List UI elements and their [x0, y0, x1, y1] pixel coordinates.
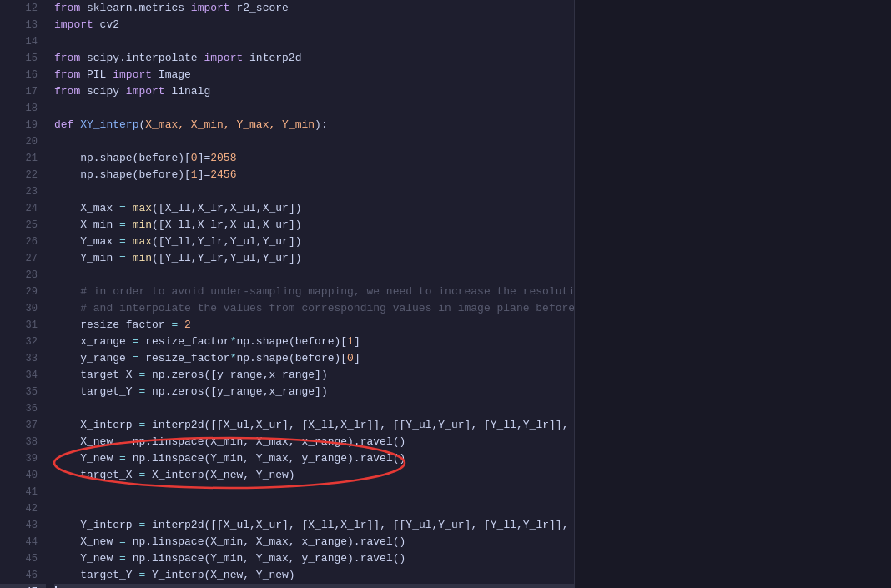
line-num-29: 29	[0, 284, 46, 300]
line-num-22: 22	[0, 167, 46, 183]
line-num-44: 44	[0, 534, 46, 550]
code-line-33: y_range = resize_factor*np.shape(before)…	[54, 350, 574, 367]
line-num-16: 16	[0, 67, 46, 83]
code-line-20	[54, 133, 574, 150]
line-num-36: 36	[0, 400, 46, 417]
code-line-21: np.shape(before)[0]=2058	[54, 150, 574, 167]
line-num-23: 23	[0, 183, 46, 200]
code-line-46: target_Y = Y_interp(X_new, Y_new)	[54, 567, 574, 584]
code-line-32: x_range = resize_factor*np.shape(before)…	[54, 334, 574, 350]
line-num-32: 32	[0, 334, 46, 350]
code-line-27: Y_min = min([Y_ll,Y_lr,Y_ul,Y_ur])	[54, 250, 574, 267]
code-line-18	[54, 100, 574, 117]
line-num-15: 15	[0, 50, 46, 67]
code-line-45: Y_new = np.linspace(Y_min, Y_max, y_rang…	[54, 550, 574, 567]
code-line-47	[54, 584, 574, 588]
editor-container: 12 13 14 15 16 17 18 19 20 21 22 23 24 2…	[0, 0, 891, 588]
code-line-19: def XY_interp(X_max, X_min, Y_max, Y_min…	[54, 117, 574, 133]
line-num-34: 34	[0, 367, 46, 384]
code-line-28	[54, 267, 574, 284]
line-num-47: 47	[0, 584, 46, 588]
line-num-13: 13	[0, 17, 46, 33]
line-num-46: 46	[0, 567, 46, 584]
line-num-20: 20	[0, 133, 46, 150]
code-line-29: # in order to avoid under-sampling mappi…	[54, 284, 574, 300]
line-num-35: 35	[0, 384, 46, 400]
right-panel	[574, 0, 891, 588]
code-line-14	[54, 33, 574, 50]
code-line-17: from scipy import linalg	[54, 83, 574, 100]
line-num-45: 45	[0, 550, 46, 567]
line-num-31: 31	[0, 317, 46, 334]
code-line-31: resize_factor = 2	[54, 317, 574, 334]
code-line-24: X_max = max([X_ll,X_lr,X_ul,X_ur])	[54, 200, 574, 217]
code-line-43: Y_interp = interp2d([[X_ul,X_ur], [X_ll,…	[54, 517, 574, 534]
line-num-12: 12	[0, 0, 46, 17]
code-line-25: X_min = min([X_ll,X_lr,X_ul,X_ur])	[54, 217, 574, 234]
code-line-36	[54, 400, 574, 417]
code-line-26: Y_max = max([Y_ll,Y_lr,Y_ul,Y_ur])	[54, 234, 574, 250]
code-line-39: Y_new = np.linspace(Y_min, Y_max, y_rang…	[54, 450, 574, 467]
line-num-25: 25	[0, 217, 46, 234]
line-num-19: 19	[0, 117, 46, 133]
code-line-22: np.shape(before)[1]=2456	[54, 167, 574, 183]
code-line-16: from PIL import Image	[54, 67, 574, 83]
code-line-42	[54, 500, 574, 517]
code-line-12: from sklearn.metrics import r2_score	[54, 0, 574, 17]
line-num-27: 27	[0, 250, 46, 267]
line-num-42: 42	[0, 500, 46, 517]
code-line-41	[54, 484, 574, 500]
code-line-35: target_Y = np.zeros([y_range,x_range])	[54, 384, 574, 400]
line-num-18: 18	[0, 100, 46, 117]
line-num-17: 17	[0, 83, 46, 100]
line-num-39: 39	[0, 450, 46, 467]
line-numbers: 12 13 14 15 16 17 18 19 20 21 22 23 24 2…	[0, 0, 46, 588]
code-line-23	[54, 183, 574, 200]
code-line-15: from scipy.interpolate import interp2d	[54, 50, 574, 67]
line-num-14: 14	[0, 33, 46, 50]
code-line-13: import cv2	[54, 17, 574, 33]
line-num-21: 21	[0, 150, 46, 167]
line-num-26: 26	[0, 234, 46, 250]
line-num-41: 41	[0, 484, 46, 500]
line-num-38: 38	[0, 434, 46, 450]
line-num-33: 33	[0, 350, 46, 367]
line-num-30: 30	[0, 300, 46, 317]
code-line-34: target_X = np.zeros([y_range,x_range])	[54, 367, 574, 384]
code-line-40: target_X = X_interp(X_new, Y_new)	[54, 467, 574, 484]
code-line-30: # and interpolate the values from corres…	[54, 300, 574, 317]
code-line-37: X_interp = interp2d([[X_ul,X_ur], [X_ll,…	[54, 417, 574, 434]
code-line-44: X_new = np.linspace(X_min, X_max, x_rang…	[54, 534, 574, 550]
line-num-28: 28	[0, 267, 46, 284]
code-line-38: X_new = np.linspace(X_min, X_max, x_rang…	[54, 434, 574, 450]
line-num-40: 40	[0, 467, 46, 484]
line-num-24: 24	[0, 200, 46, 217]
code-area[interactable]: from sklearn.metrics import r2_score imp…	[46, 0, 574, 588]
line-num-43: 43	[0, 517, 46, 534]
line-num-37: 37	[0, 417, 46, 434]
